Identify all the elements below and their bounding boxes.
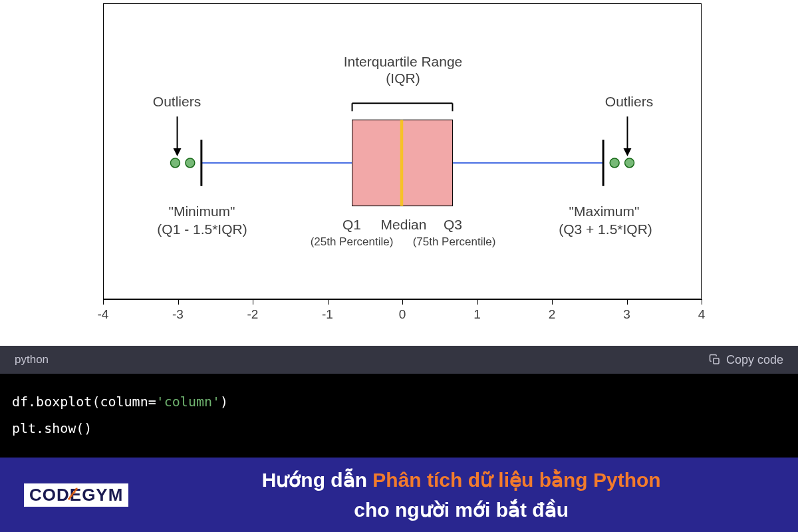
label-max-formula: (Q3 + 1.5*IQR) bbox=[541, 221, 670, 237]
tick-label: 4 bbox=[698, 307, 706, 322]
boxplot-diagram: Interquartile Range (IQR) Outliers Outli… bbox=[0, 0, 798, 346]
tick bbox=[253, 299, 253, 305]
code-line: plt.show() bbox=[12, 415, 786, 442]
tick bbox=[627, 299, 628, 305]
tick bbox=[477, 299, 478, 305]
label-q3-sub: (75th Percentile) bbox=[404, 235, 504, 249]
label-q3: Q3 bbox=[436, 217, 469, 233]
tick-label: 1 bbox=[473, 307, 481, 322]
outlier-dot bbox=[170, 158, 180, 168]
label-min: "Minimum" bbox=[144, 203, 260, 219]
tick bbox=[103, 299, 104, 305]
label-median: Median bbox=[374, 217, 434, 233]
logo-accent-icon: ⟋ bbox=[61, 481, 84, 506]
copy-code-button[interactable]: Copy code bbox=[709, 353, 783, 367]
label-q1-sub: (25th Percentile) bbox=[302, 235, 402, 249]
label-iqr: Interquartile Range bbox=[336, 54, 469, 70]
svg-rect-0 bbox=[714, 358, 719, 364]
arrow-left-head bbox=[174, 148, 182, 156]
tick-label: 0 bbox=[399, 307, 406, 322]
arrow-right-head bbox=[623, 148, 631, 156]
copy-icon bbox=[709, 354, 721, 366]
label-min-formula: (Q1 - 1.5*IQR) bbox=[139, 221, 265, 237]
tick-label: -4 bbox=[98, 307, 109, 322]
tick bbox=[402, 299, 403, 305]
outlier-dot bbox=[186, 158, 195, 168]
x-axis: -4 -3 -2 -1 0 1 2 3 4 bbox=[103, 299, 702, 339]
tick-label: 2 bbox=[549, 307, 556, 322]
tick-label: -2 bbox=[247, 307, 259, 322]
copy-code-label: Copy code bbox=[726, 353, 783, 367]
outlier-dot bbox=[610, 158, 619, 168]
plot-frame: Interquartile Range (IQR) Outliers Outli… bbox=[103, 3, 702, 299]
label-iqr-sub: (IQR) bbox=[336, 70, 469, 86]
tick-label: -1 bbox=[322, 307, 333, 322]
tick-label: -3 bbox=[172, 307, 184, 322]
outlier-dot bbox=[625, 158, 634, 168]
banner-title: Hướng dẫn Phân tích dữ liệu bằng Python … bbox=[148, 465, 774, 525]
code-line: df.boxplot(column='column') bbox=[12, 388, 786, 415]
code-block: python Copy code df.boxplot(column='colu… bbox=[0, 346, 798, 462]
tick bbox=[178, 299, 179, 305]
tick bbox=[552, 299, 553, 305]
tick bbox=[702, 299, 702, 305]
logo: CODEGYM ⟋ bbox=[24, 483, 128, 507]
logo-text-gym: GYM bbox=[82, 485, 123, 505]
label-q1: Q1 bbox=[335, 217, 368, 233]
boxplot-svg bbox=[104, 4, 701, 299]
label-outliers-left: Outliers bbox=[130, 94, 223, 110]
label-outliers-right: Outliers bbox=[583, 94, 676, 110]
code-header: python Copy code bbox=[0, 346, 798, 374]
code-body: df.boxplot(column='column') plt.show() bbox=[0, 374, 798, 462]
code-language-label: python bbox=[15, 353, 49, 366]
tick-label: 3 bbox=[623, 307, 630, 322]
label-max: "Maximum" bbox=[546, 203, 662, 219]
tick bbox=[328, 299, 329, 305]
footer-banner: CODEGYM ⟋ Hướng dẫn Phân tích dữ liệu bằ… bbox=[0, 458, 798, 532]
